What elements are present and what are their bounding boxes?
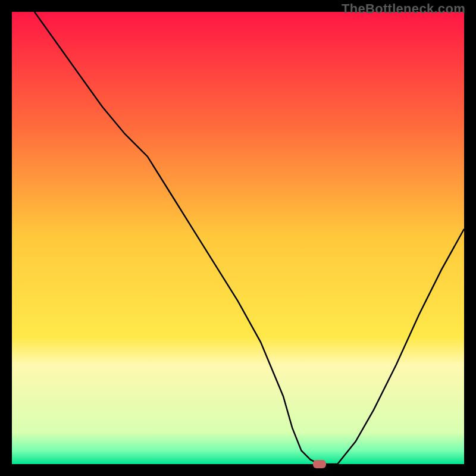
chart-background: [12, 12, 464, 464]
chart-svg: [12, 12, 464, 464]
chart-plot-area: [12, 12, 464, 464]
chart-frame: TheBottleneck.com: [0, 0, 476, 476]
watermark-text: TheBottleneck.com: [342, 1, 465, 17]
optimal-marker: [313, 460, 326, 468]
